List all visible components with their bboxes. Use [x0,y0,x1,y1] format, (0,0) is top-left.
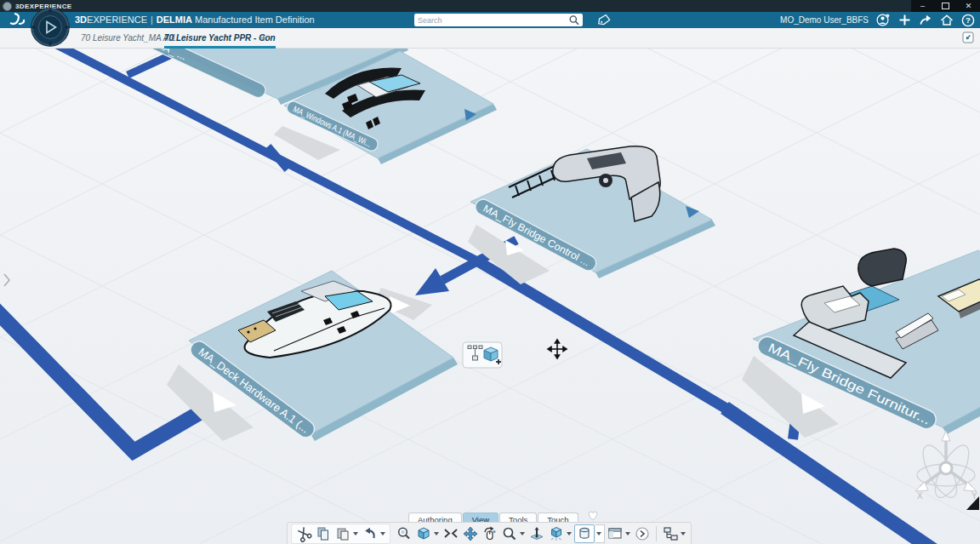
process-flow-canvas[interactable]: MA_ ... MA_Windows A.1 (MA_Wi... [0,48,980,544]
search-icon[interactable] [568,14,580,26]
section-dropdown-box[interactable] [595,524,605,543]
view-dropdown-caret[interactable] [434,532,439,535]
new-tab-button[interactable]: + [260,31,267,45]
brand-module: Manufactured Item Definition [195,14,315,25]
render-dropdown-caret[interactable] [567,532,572,535]
pan-icon[interactable] [461,524,480,543]
axis-x-label: X [917,491,923,501]
undo-icon[interactable] [361,524,379,543]
layout-window-icon[interactable] [606,524,624,543]
toolbar-separator [656,526,657,541]
render-style-icon[interactable] [547,524,566,543]
minimize-icon[interactable]: – [911,0,934,12]
isometric-view-icon[interactable] [414,524,433,543]
more-tools-icon[interactable] [633,524,652,543]
share-icon[interactable] [919,14,932,27]
app-icon [3,2,12,11]
cut-icon[interactable] [294,524,313,543]
app-header: 3DEXPERIENCE|DELMIA Manufactured Item De… [0,12,980,28]
copy-icon[interactable] [314,524,333,543]
document-tabbar: 70 Leisure Yacht_MA A.1 70 Leisure Yacht… [0,28,980,49]
paste-icon[interactable] [333,524,352,543]
user-name[interactable]: MO_Demo User_BBFS [780,15,869,25]
window-titlebar: 3DEXPERIENCE – ✕ [0,0,980,12]
svg-text:?: ? [966,15,971,25]
structure-dropdown-caret[interactable] [681,532,686,535]
edit-tool-group [291,524,390,544]
zoom-icon[interactable] [500,524,519,543]
brand-experience: EXPERIENCE [87,14,147,25]
layout-dropdown-caret[interactable] [625,532,630,535]
home-icon[interactable] [940,14,954,27]
tag-icon[interactable] [598,14,611,26]
tab-leisure-yacht-ppr[interactable]: 70 Leisure Yacht PPR - Con [164,31,276,49]
section-box-icon[interactable] [574,524,595,543]
maximize-icon[interactable] [934,0,957,12]
help-icon[interactable]: ? [961,14,975,27]
dassault-3ds-logo [7,12,29,29]
rotate-icon[interactable] [481,524,499,543]
context-mini-toolbar [463,342,502,368]
user-avatar[interactable] [876,14,890,27]
collapse-window-icon[interactable] [962,31,974,47]
brand-3d: 3D [75,14,87,25]
paste-dropdown-caret[interactable] [353,532,358,535]
brand-pipe: | [151,14,153,25]
fit-all-icon[interactable] [442,524,460,543]
appbar-right-cluster: MO_Demo User_BBFS [780,12,975,28]
structure-tree-tool-icon[interactable] [661,524,680,543]
view-toolbar [287,522,692,544]
zoom-dropdown-caret[interactable] [520,532,525,535]
view-tool-group [395,524,652,543]
structure-tool-group [661,524,687,543]
window-controls: – ✕ [911,0,980,12]
search-box [414,14,583,26]
section-dropdown-caret[interactable] [596,532,601,535]
undo-dropdown-caret[interactable] [380,532,385,535]
3dexperience-compass-logo[interactable] [31,8,70,47]
add-content-icon[interactable] [897,14,911,27]
search-input[interactable] [414,16,568,25]
app-brand: 3DEXPERIENCE|DELMIA Manufactured Item De… [75,14,315,25]
normal-to-icon[interactable] [527,524,546,543]
tab-leisure-yacht-ma[interactable]: 70 Leisure Yacht_MA A.1 [81,31,176,45]
close-icon[interactable]: ✕ [957,0,980,12]
zoom-area-icon[interactable] [395,524,413,543]
brand-delmia: DELMIA [157,14,192,25]
